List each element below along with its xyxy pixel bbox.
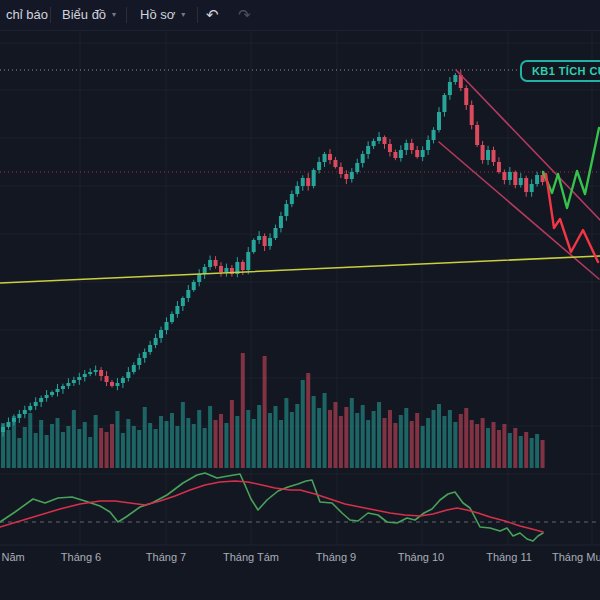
month-label: Tháng 11 xyxy=(486,551,532,563)
top-toolbar: chỉ báo Biểu đồ▾ Hồ sơ▾ ↶ ↷ xyxy=(0,0,600,31)
month-label: Tháng 9 xyxy=(316,551,356,563)
month-label: Tháng Tám xyxy=(223,551,279,563)
indicators-button[interactable]: chỉ báo xyxy=(6,0,48,30)
month-label: Tháng Năm xyxy=(0,551,25,563)
time-axis[interactable]: Tháng NămTháng 6Tháng 7Tháng TámTháng 9T… xyxy=(0,545,600,567)
dotted-price-levels xyxy=(0,70,600,172)
month-label: Tháng Mười Hai xyxy=(552,551,600,563)
toolbar-divider xyxy=(126,7,127,23)
chart-canvas[interactable] xyxy=(0,0,600,600)
oscillator-pane xyxy=(0,473,600,541)
month-label: Tháng 10 xyxy=(398,551,444,563)
chart-menu-label: Biểu đồ xyxy=(62,7,106,22)
volume-series xyxy=(1,353,545,468)
profile-menu-label: Hồ sơ xyxy=(140,7,175,22)
trading-app: { "toolbar": { "items": [ {"label": "chỉ… xyxy=(0,0,600,600)
undo-icon[interactable]: ↶ xyxy=(206,0,219,30)
candlestick-series xyxy=(1,70,545,437)
chevron-down-icon: ▾ xyxy=(181,10,185,19)
toolbar-divider xyxy=(197,7,198,23)
profile-menu-button[interactable]: Hồ sơ▾ xyxy=(140,0,185,30)
kb1-positive-callout[interactable]: KB1 TÍCH CỰC xyxy=(520,60,600,82)
month-label: Tháng 7 xyxy=(146,551,186,563)
chart-menu-button[interactable]: Biểu đồ▾ xyxy=(62,0,116,30)
toolbar-divider xyxy=(50,7,51,23)
chevron-down-icon: ▾ xyxy=(112,10,116,19)
redo-icon[interactable]: ↷ xyxy=(238,0,251,30)
month-label: Tháng 6 xyxy=(61,551,101,563)
